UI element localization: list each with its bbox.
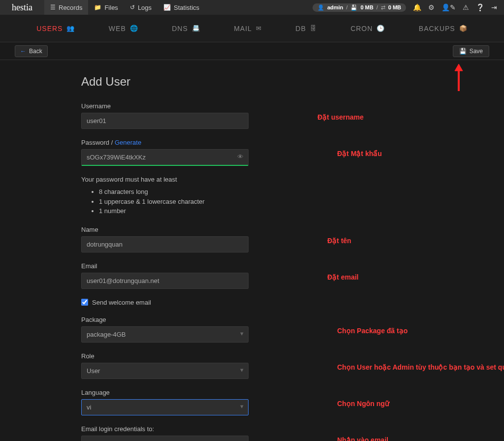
tab-backups[interactable]: BACKUPS 📦 xyxy=(419,25,468,32)
user-edit-icon[interactable]: 👤✎ xyxy=(441,3,456,11)
username-label: Username xyxy=(81,102,504,110)
name-label: Name xyxy=(81,226,504,233)
logout-icon[interactable]: ⇥ xyxy=(491,3,497,11)
svg-marker-1 xyxy=(455,64,463,71)
save-icon: 💾 xyxy=(459,48,467,55)
menu-files[interactable]: 📁 Files xyxy=(88,0,124,15)
database-icon: 🗄 xyxy=(310,25,317,32)
menu-statistics-label: Statistics xyxy=(174,4,199,11)
group-language: Language vi Chọn Ngôn ngữ xyxy=(81,389,504,415)
folder-icon: 📁 xyxy=(94,4,101,11)
arrow-annotation xyxy=(453,64,465,95)
content: Add User Username Đặt username Password … xyxy=(0,60,504,441)
user-status-pill[interactable]: 👤 admin / 💾 0 MB / ⇄ 0 MB xyxy=(313,3,406,12)
password-input[interactable] xyxy=(81,149,249,166)
clock-icon: 🕒 xyxy=(377,25,385,32)
pw-rule-1: 8 characters long xyxy=(99,187,504,197)
pw-rule-3: 1 number xyxy=(99,206,504,216)
pw-rules-heading: Your password must have at least xyxy=(81,176,504,183)
tab-db[interactable]: DB 🗄 xyxy=(295,25,316,32)
save-label: Save xyxy=(470,48,483,55)
tab-dns[interactable]: DNS 📇 xyxy=(172,25,200,32)
menu-records-label: Records xyxy=(59,4,82,11)
back-label: Back xyxy=(29,48,42,55)
tab-web[interactable]: WEB 🌐 xyxy=(109,25,138,32)
list-icon: ☰ xyxy=(50,4,56,11)
welcome-label[interactable]: Send welcome email xyxy=(92,299,151,306)
tab-mail[interactable]: MAIL ✉ xyxy=(234,25,262,32)
warning-icon[interactable]: ⚠ xyxy=(463,3,469,11)
tab-web-label: WEB xyxy=(109,25,126,32)
user-icon: 👤 xyxy=(317,4,324,11)
role-select[interactable]: User xyxy=(81,363,249,379)
history-icon: ↺ xyxy=(130,4,135,11)
annot-role: Chọn User hoặc Admin tùy thuộc bạn tạo v… xyxy=(337,363,504,371)
user-name: admin xyxy=(327,4,343,10)
back-button[interactable]: ← Back xyxy=(15,45,48,57)
tab-mail-label: MAIL xyxy=(234,25,252,32)
user-disk: 0 MB xyxy=(360,4,373,10)
bell-icon[interactable]: 🔔 xyxy=(413,3,421,11)
password-rules: Your password must have at least 8 chara… xyxy=(81,176,504,216)
arrow-left-icon: ← xyxy=(20,48,26,55)
role-label: Role xyxy=(81,352,504,360)
group-credentials: Email login credentials to: Nhập vào ema… xyxy=(81,425,504,441)
menu-logs-label: Logs xyxy=(138,4,152,11)
logo[interactable]: hestia xyxy=(0,0,44,15)
globe-icon: 🌐 xyxy=(130,25,138,32)
topbar: hestia ☰ Records 📁 Files ↺ Logs 📈 Statis… xyxy=(0,0,504,15)
annot-package: Chọn Package đã tạo xyxy=(337,327,408,335)
group-password: Password / Generate 👁 Đặt Mật khẩu xyxy=(81,139,504,166)
password-label: Password / Generate xyxy=(81,139,504,146)
language-select[interactable]: vi xyxy=(81,399,249,415)
archive-icon: 📦 xyxy=(459,25,468,32)
generate-link[interactable]: Generate xyxy=(115,139,141,146)
welcome-email-row: Send welcome email xyxy=(81,299,504,306)
email-input[interactable] xyxy=(81,273,249,289)
tab-users-label: USERS xyxy=(36,25,63,32)
gear-icon[interactable]: ⚙ xyxy=(428,3,435,11)
tab-db-label: DB xyxy=(295,25,306,32)
disk-icon: 💾 xyxy=(350,4,357,11)
menu-files-label: Files xyxy=(104,4,118,11)
annot-email: Đặt email xyxy=(327,273,358,281)
language-label: Language xyxy=(81,389,504,396)
menu-statistics[interactable]: 📈 Statistics xyxy=(158,0,205,15)
top-menu: ☰ Records 📁 Files ↺ Logs 📈 Statistics xyxy=(44,0,205,15)
group-email: Email Đặt email xyxy=(81,262,504,289)
annot-credentials: Nhập vào email xyxy=(337,436,388,441)
pw-rule-2: 1 uppercase & 1 lowercase character xyxy=(99,197,504,207)
menu-records[interactable]: ☰ Records xyxy=(44,0,88,15)
group-package: Package package-4GB Chọn Package đã tạo xyxy=(81,316,504,343)
eye-off-icon[interactable]: 👁 xyxy=(237,153,244,160)
credentials-input[interactable] xyxy=(81,436,249,441)
transfer-icon: ⇄ xyxy=(381,4,385,11)
top-right: 👤 admin / 💾 0 MB / ⇄ 0 MB 🔔 ⚙ 👤✎ ⚠ ❔ ⇥ xyxy=(313,0,504,15)
name-input[interactable] xyxy=(81,236,249,252)
group-username: Username Đặt username xyxy=(81,102,504,129)
group-name: Name Đặt tên xyxy=(81,226,504,252)
tab-cron[interactable]: CRON 🕒 xyxy=(350,25,385,32)
credentials-label: Email login credentials to: xyxy=(81,425,504,433)
package-select[interactable]: package-4GB xyxy=(81,326,249,343)
annot-username: Đặt username xyxy=(317,113,364,121)
email-label: Email xyxy=(81,262,504,270)
save-button[interactable]: 💾 Save xyxy=(453,45,489,57)
annot-password: Đặt Mật khẩu xyxy=(337,150,382,158)
dns-icon: 📇 xyxy=(192,25,200,32)
nav-tabs: USERS 👥 WEB 🌐 DNS 📇 MAIL ✉ DB 🗄 CRON 🕒 B… xyxy=(0,15,504,42)
welcome-checkbox[interactable] xyxy=(81,299,88,306)
page-title: Add User xyxy=(81,75,504,89)
tab-users[interactable]: USERS 👥 xyxy=(36,25,75,32)
user-bw: 0 MB xyxy=(388,4,401,10)
group-role: Role User Chọn User hoặc Admin tùy thuộc… xyxy=(81,352,504,379)
help-icon[interactable]: ❔ xyxy=(476,3,484,11)
username-input[interactable] xyxy=(81,113,249,129)
annot-name: Đặt tên xyxy=(327,237,351,245)
users-icon: 👥 xyxy=(66,25,75,32)
package-label: Package xyxy=(81,316,504,323)
menu-logs[interactable]: ↺ Logs xyxy=(124,0,158,15)
tab-backups-label: BACKUPS xyxy=(419,25,455,32)
chart-icon: 📈 xyxy=(163,4,171,11)
annot-language: Chọn Ngôn ngữ xyxy=(337,400,389,408)
